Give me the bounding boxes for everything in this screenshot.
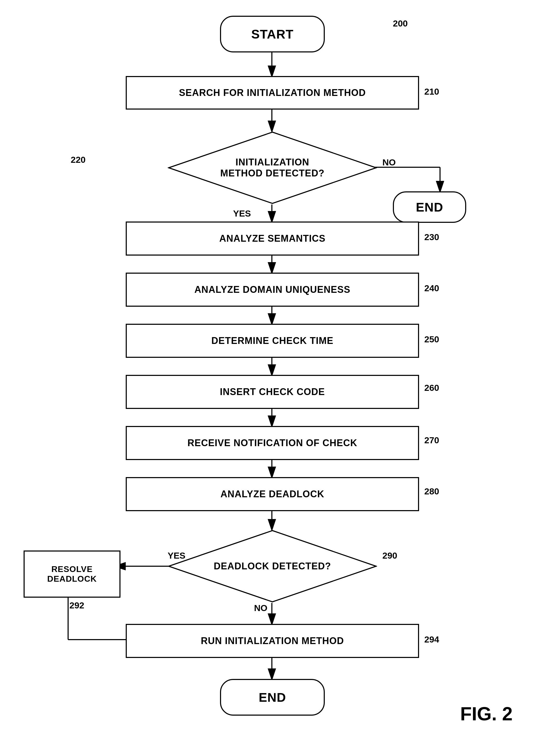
- ref-280: 280: [424, 486, 439, 496]
- ref-200: 200: [393, 18, 408, 29]
- end-node-top: END: [393, 191, 466, 223]
- init-detected-diamond: INITIALIZATIONMETHOD DETECTED?: [168, 131, 377, 204]
- figure-label: FIG. 2: [460, 703, 513, 725]
- analyze-domain-node: ANALYZE DOMAIN UNIQUENESS: [126, 273, 419, 307]
- ref-294: 294: [424, 634, 439, 645]
- receive-notification-node: RECEIVE NOTIFICATION OF CHECK: [126, 426, 419, 460]
- analyze-semantics-node: ANALYZE SEMANTICS: [126, 222, 419, 256]
- deadlock-detected-label: DEADLOCK DETECTED?: [214, 561, 331, 572]
- ref-210: 210: [424, 87, 439, 97]
- no-label-2: NO: [254, 603, 268, 613]
- run-init-method-node: RUN INITIALIZATION METHOD: [126, 624, 419, 658]
- analyze-deadlock-node: ANALYZE DEADLOCK: [126, 477, 419, 511]
- resolve-deadlock-node: RESOLVEDEADLOCK: [24, 550, 121, 598]
- ref-250: 250: [424, 334, 439, 344]
- init-detected-label: INITIALIZATIONMETHOD DETECTED?: [220, 157, 324, 179]
- ref-290: 290: [382, 550, 397, 561]
- start-node: START: [220, 16, 325, 52]
- yes-label-2: YES: [168, 550, 186, 561]
- ref-220: 220: [71, 155, 86, 165]
- ref-260: 260: [424, 383, 439, 393]
- ref-270: 270: [424, 435, 439, 445]
- deadlock-detected-diamond: DEADLOCK DETECTED?: [168, 530, 377, 603]
- no-label-1: NO: [382, 157, 396, 168]
- end-node-bottom: END: [220, 679, 325, 716]
- ref-240: 240: [424, 283, 439, 293]
- flowchart-diagram: START 200 SEARCH FOR INITIALIZATION METH…: [0, 0, 544, 756]
- yes-label-1: YES: [233, 208, 251, 219]
- insert-check-code-node: INSERT CHECK CODE: [126, 375, 419, 409]
- ref-292: 292: [69, 600, 84, 611]
- search-init-method-node: SEARCH FOR INITIALIZATION METHOD: [126, 76, 419, 110]
- determine-check-time-node: DETERMINE CHECK TIME: [126, 324, 419, 358]
- ref-230: 230: [424, 232, 439, 242]
